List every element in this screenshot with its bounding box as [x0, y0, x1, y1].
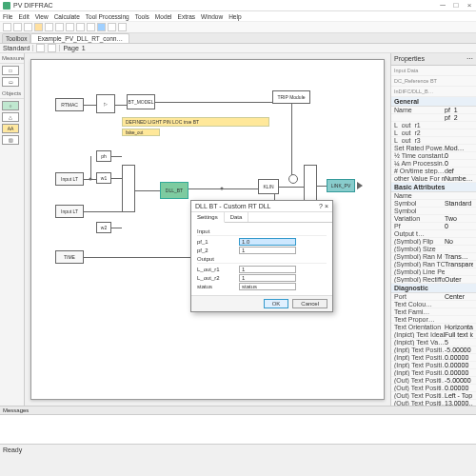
property-value[interactable]: 13.0000…: [445, 400, 473, 406]
props-cat-general[interactable]: General: [391, 97, 476, 107]
property-value[interactable]: Two: [445, 215, 473, 222]
section-measure[interactable]: Measure: [0, 53, 24, 64]
menu-tools[interactable]: Tools: [135, 13, 149, 20]
maximize-button[interactable]: □: [452, 2, 460, 10]
property-value[interactable]: Numbe…: [445, 175, 473, 182]
property-value[interactable]: 0: [445, 152, 473, 159]
redo-icon[interactable]: [87, 23, 95, 31]
wire[interactable]: [115, 105, 127, 106]
block-klin[interactable]: KLIN: [258, 179, 279, 194]
property-row[interactable]: Name: [391, 192, 476, 200]
property-value[interactable]: 0.00000: [445, 362, 473, 368]
property-value[interactable]: -5.00000: [445, 347, 473, 353]
property-row[interactable]: (Symbol) Ran TO…Transparent: [391, 261, 476, 268]
menu-model[interactable]: Model: [155, 13, 172, 20]
property-row[interactable]: other Value For m…Numbe…: [391, 175, 476, 183]
property-row[interactable]: (Out) Text Positi…0.00000: [391, 385, 476, 392]
property-row[interactable]: (Inpict) Text Va…5: [391, 339, 476, 347]
property-row[interactable]: (Symbol) Size: [391, 246, 476, 253]
property-row[interactable]: Text Propor…: [391, 316, 476, 324]
property-value[interactable]: 0.00000: [445, 369, 473, 376]
wire[interactable]: [111, 228, 122, 228]
close-button[interactable]: ×: [466, 2, 473, 10]
save-icon[interactable]: [24, 23, 32, 31]
block-trip[interactable]: TRIP Module: [272, 90, 310, 104]
property-value[interactable]: 0.00000: [445, 385, 473, 391]
property-value[interactable]: 5: [445, 339, 473, 346]
wire[interactable]: [111, 156, 122, 157]
block-rtmac[interactable]: RTMAC: [55, 98, 84, 111]
wire[interactable]: [279, 187, 304, 188]
props-cat-basic[interactable]: Basic Attributes: [391, 183, 476, 192]
property-value[interactable]: Horizontal: [445, 324, 473, 330]
property-row[interactable]: ¼ Am Processin…0: [391, 160, 476, 168]
property-row[interactable]: Text OrientationHorizontal: [391, 324, 476, 331]
wire[interactable]: [135, 190, 160, 191]
block-banner[interactable]: DEFINED LIGHT PIN LOC true BT: [122, 117, 269, 127]
menu-help[interactable]: Help: [228, 13, 241, 20]
property-row[interactable]: pf_2: [391, 114, 476, 122]
property-row[interactable]: (Inpict) Text IdealFull text ideal: [391, 331, 476, 339]
property-row[interactable]: Text Colou…: [391, 301, 476, 308]
wire[interactable]: [317, 186, 327, 187]
property-value[interactable]: Standard: [445, 200, 473, 207]
print-icon[interactable]: [34, 23, 43, 31]
new-icon[interactable]: [3, 23, 11, 31]
property-row[interactable]: (Inpt) Text Positi…0.00000: [391, 369, 476, 377]
block-mux1[interactable]: [122, 165, 135, 212]
toolbox-tab[interactable]: Toolbox: [2, 33, 30, 43]
property-row[interactable]: L_out_r1: [391, 122, 476, 129]
tool-box[interactable]: ▭: [2, 77, 19, 87]
property-row[interactable]: Text Fami…: [391, 308, 476, 316]
menu-calculate[interactable]: Calculate: [54, 13, 80, 20]
property-value[interactable]: Center: [445, 293, 473, 300]
menu-tool-processing[interactable]: Tool Processing: [86, 13, 129, 20]
property-value[interactable]: 0.00000: [445, 354, 473, 361]
open-icon[interactable]: [13, 23, 22, 31]
panel-menu-icon[interactable]: ⋯: [466, 55, 473, 63]
property-row[interactable]: (Out) Text Positi…-5.00000: [391, 377, 476, 385]
tool-rect[interactable]: □: [2, 66, 19, 75]
dialog-titlebar[interactable]: DLL BT - Custom RT DLL ? ×: [191, 201, 332, 212]
property-value[interactable]: No: [445, 238, 473, 245]
props-cat-diagnostic[interactable]: Diagnostic: [391, 284, 476, 293]
wire[interactable]: [84, 211, 122, 212]
property-value[interactable]: Transparent: [445, 261, 473, 268]
block-output[interactable]: LINK_PV: [327, 179, 355, 192]
paste-icon[interactable]: [66, 23, 74, 31]
field-input-status[interactable]: [239, 283, 296, 290]
field-input-lout1[interactable]: [239, 266, 296, 273]
document-tab[interactable]: Example_PV_DLL_RT_conn…: [30, 33, 129, 43]
wire[interactable]: [291, 104, 292, 175]
property-row[interactable]: (Symbol) FlipNo: [391, 238, 476, 246]
copy-icon[interactable]: [55, 23, 64, 31]
property-value[interactable]: Mod…: [445, 145, 473, 151]
stop-icon[interactable]: [118, 23, 127, 31]
property-row[interactable]: PortCenter: [391, 293, 476, 301]
property-row[interactable]: VariationTwo: [391, 215, 476, 223]
property-row[interactable]: # On/time step…def: [391, 168, 476, 175]
dialog-help-icon[interactable]: ?: [319, 203, 323, 209]
property-value[interactable]: Outer: [445, 276, 473, 283]
block-sum1[interactable]: [288, 174, 298, 184]
dialog-close-icon[interactable]: ×: [325, 203, 328, 209]
property-row[interactable]: (Out) Text Positi…Left - Top: [391, 392, 476, 400]
block-input2[interactable]: Input LT: [55, 205, 84, 218]
cut-icon[interactable]: [45, 23, 53, 31]
property-row[interactable]: (Symbol) Line Pe…: [391, 268, 476, 276]
undo-icon[interactable]: [76, 23, 85, 31]
grid-icon[interactable]: [36, 44, 45, 52]
tool-circle[interactable]: ○: [2, 101, 19, 110]
property-row[interactable]: Namepf_1: [391, 107, 476, 114]
dialog-tab-settings[interactable]: Settings: [191, 212, 225, 223]
wire[interactable]: [90, 156, 91, 179]
menu-extras[interactable]: Extras: [178, 13, 195, 20]
block-input1[interactable]: Input LT: [55, 172, 84, 186]
block-mux2[interactable]: [304, 165, 317, 203]
property-row[interactable]: Pf0: [391, 223, 476, 230]
property-row[interactable]: SymbolStandard: [391, 200, 476, 208]
property-value[interactable]: pf_2: [445, 114, 473, 121]
property-value[interactable]: -5.00000: [445, 377, 473, 384]
property-value[interactable]: Full text ideal: [445, 331, 473, 338]
block-w1[interactable]: w1: [96, 172, 111, 184]
